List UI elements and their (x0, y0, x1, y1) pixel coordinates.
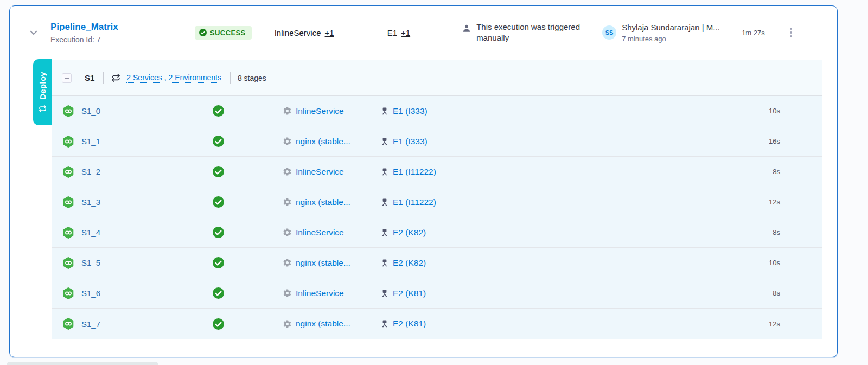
success-check-icon (213, 105, 224, 117)
looping-strategy-icon (111, 73, 120, 82)
kebab-menu-icon[interactable] (788, 25, 794, 40)
matrix-stage-icon (62, 105, 75, 118)
environment-icon (380, 259, 389, 267)
service-link[interactable]: InlineService (296, 106, 344, 116)
stage-row[interactable]: S1_0 InlineService E1 (I333) 10s (52, 96, 822, 126)
stage-row[interactable]: S1_2 InlineService E1 (I11222) 8s (52, 157, 822, 187)
environment-icon (380, 107, 389, 116)
environment-icon (380, 168, 389, 176)
environment-icon (380, 137, 389, 146)
gear-icon (283, 319, 292, 329)
matrix-stage-icon (62, 135, 75, 148)
avatar: SS (602, 25, 616, 40)
environment-link[interactable]: E2 (K81) (393, 289, 426, 298)
service-link[interactable]: InlineService (296, 228, 344, 238)
pipeline-title-link[interactable]: Pipeline_Matrix (50, 22, 118, 33)
service-link[interactable]: nginx (stable... (296, 258, 350, 268)
chevron-down-icon[interactable] (29, 28, 39, 37)
environment-link[interactable]: E2 (K82) (393, 258, 426, 268)
matrix-stage-icon (62, 226, 75, 239)
environment-link[interactable]: E1 (I333) (393, 106, 427, 116)
trigger-info: This execution was triggered manually (462, 22, 598, 44)
stage-group-name: S1 (85, 73, 94, 82)
services-summary: InlineService +1 (275, 28, 334, 37)
success-check-icon (213, 196, 224, 208)
gear-icon (283, 106, 292, 116)
stage-duration: 12s (762, 198, 780, 206)
stage-duration: 10s (762, 107, 780, 115)
success-check-icon (213, 227, 224, 238)
trigger-text: This execution was triggered manually (476, 22, 598, 44)
matrix-stage-icon (62, 165, 75, 178)
stage-name-link[interactable]: S1_5 (81, 258, 100, 267)
stage-row[interactable]: S1_3 nginx (stable... E1 (I11222) 12s (52, 187, 822, 217)
success-check-icon (213, 166, 224, 177)
services-more-link[interactable]: +1 (325, 28, 334, 37)
environment-link[interactable]: E1 (I11222) (393, 167, 436, 177)
execution-card-header: Pipeline_Matrix Execution Id: 7 SUCCESS … (10, 6, 837, 59)
divider (103, 72, 104, 84)
environments-count-link[interactable]: 2 Environments (169, 73, 221, 83)
success-check-icon (213, 136, 224, 147)
stage-duration: 16s (762, 137, 780, 145)
stage-duration: 8s (762, 228, 780, 236)
looping-strategy-icon (39, 105, 47, 113)
next-card-edge (7, 362, 158, 365)
environment-link[interactable]: E2 (K81) (393, 319, 426, 329)
environments-summary-name: E1 (387, 28, 397, 37)
gear-icon (283, 167, 292, 176)
stage-group-header: S1 2 Services , 2 Environments 8 stages (52, 60, 822, 96)
stage-name-link[interactable]: S1_4 (81, 228, 100, 237)
services-count-link[interactable]: 2 Services (126, 73, 162, 83)
stage-name-link[interactable]: S1_0 (81, 106, 100, 116)
stage-count: 8 stages (238, 74, 266, 82)
deploy-tab-label: Deploy (38, 72, 47, 100)
stage-row[interactable]: S1_4 InlineService E2 (K82) 8s (52, 217, 822, 248)
divider (230, 72, 231, 84)
collapse-icon[interactable] (62, 73, 72, 83)
stage-row[interactable]: S1_1 nginx (stable... E1 (I333) 16s (52, 126, 822, 157)
environment-link[interactable]: E1 (I333) (393, 137, 427, 146)
gear-icon (283, 289, 292, 298)
stage-row[interactable]: S1_5 nginx (stable... E2 (K82) 10s (52, 248, 822, 278)
stage-rows: S1_0 InlineService E1 (I333) 10s (52, 96, 822, 339)
environment-icon (380, 319, 389, 328)
environment-link[interactable]: E2 (K82) (393, 228, 426, 238)
execution-id: Execution Id: 7 (50, 35, 195, 44)
matrix-stage-icon (62, 196, 75, 209)
environment-link[interactable]: E1 (I11222) (393, 197, 436, 207)
stage-name-link[interactable]: S1_6 (81, 289, 100, 298)
stage-duration: 10s (762, 259, 780, 267)
stage-name-link[interactable]: S1_1 (81, 137, 100, 146)
stage-name-link[interactable]: S1_2 (81, 167, 100, 176)
service-link[interactable]: InlineService (296, 289, 344, 298)
stage-row[interactable]: S1_7 nginx (stable... E2 (K81) 12s (52, 309, 822, 339)
service-link[interactable]: nginx (stable... (296, 319, 350, 329)
stage-duration: 8s (762, 289, 780, 297)
stage-name-link[interactable]: S1_3 (81, 197, 100, 207)
stage-row[interactable]: S1_6 InlineService E2 (K81) 8s (52, 278, 822, 309)
success-check-icon (213, 287, 224, 299)
user-name: Shylaja Sundararajan | M... (622, 23, 737, 32)
environments-summary: E1 +1 (387, 28, 410, 37)
environment-icon (380, 198, 389, 207)
service-link[interactable]: InlineService (296, 167, 344, 177)
success-check-icon (213, 257, 224, 268)
service-link[interactable]: nginx (stable... (296, 197, 350, 207)
service-link[interactable]: nginx (stable... (296, 137, 350, 146)
comma: , (164, 73, 167, 82)
pipeline-title-block: Pipeline_Matrix Execution Id: 7 (50, 22, 195, 44)
stage-duration: 12s (762, 320, 780, 328)
success-check-icon (213, 318, 224, 330)
stage-duration: 8s (762, 168, 780, 176)
environments-more-link[interactable]: +1 (401, 28, 410, 37)
gear-icon (283, 197, 292, 207)
gear-icon (283, 258, 292, 267)
success-check-icon (199, 29, 207, 36)
matrix-stage-icon (62, 257, 75, 270)
status-badge-label: SUCCESS (210, 29, 246, 37)
status-badge: SUCCESS (195, 26, 252, 40)
gear-icon (283, 137, 292, 146)
stage-name-link[interactable]: S1_7 (81, 319, 100, 329)
deploy-stage-tab[interactable]: Deploy (33, 59, 52, 125)
